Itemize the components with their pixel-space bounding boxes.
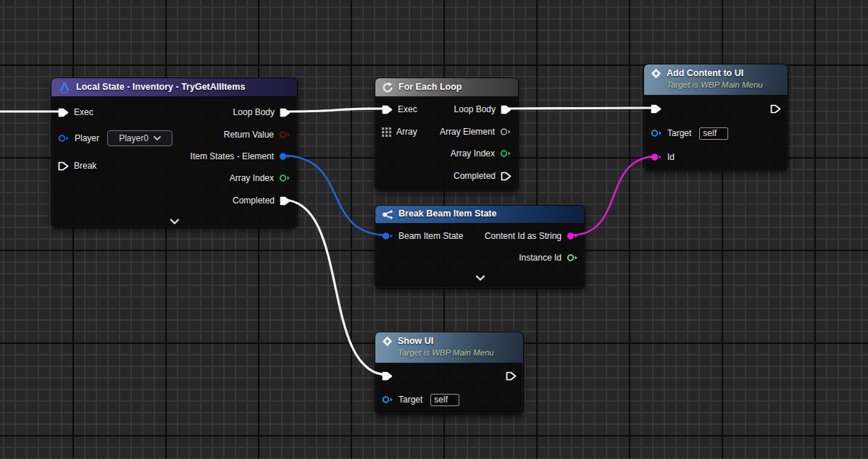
pin-row-break: Break — [58, 158, 96, 174]
exec-input-pin[interactable] — [382, 105, 393, 114]
node-title: Add Content to UI — [667, 68, 763, 80]
pin-label: Instance Id — [519, 253, 562, 263]
content-id-as-string-output-pin[interactable] — [567, 232, 578, 240]
pin-row-completed: Completed — [454, 168, 512, 184]
lambda-logo-icon — [58, 81, 71, 94]
array-index-output-pin[interactable] — [279, 174, 291, 182]
function-diamond-icon — [651, 68, 662, 79]
node-title: Show UI — [398, 336, 494, 348]
break-struct-icon — [382, 210, 393, 219]
pin-label: Loop Body — [233, 107, 275, 117]
pin-row-item-states-element: Item States - Element — [191, 148, 291, 164]
pin-label: Array Index — [451, 148, 495, 159]
target-value-textbox[interactable] — [699, 127, 728, 140]
exec-output-pin[interactable] — [770, 104, 781, 114]
pin-row-array-index: Array Index — [451, 146, 512, 161]
function-diamond-icon — [382, 336, 393, 347]
pin-label: Array Element — [440, 127, 495, 137]
loop-body-output-pin[interactable] — [501, 105, 512, 114]
pin-row-completed: Completed — [233, 193, 291, 209]
loop-icon — [382, 82, 393, 93]
pin-row-exec: Exec — [382, 101, 417, 117]
pin-label: Return Value — [224, 130, 274, 140]
pin-row-loop-body: Loop Body — [454, 101, 512, 117]
return-value-output-pin[interactable] — [279, 130, 291, 139]
pin-label: Content Id as String — [485, 231, 562, 241]
pin-row-return-value: Return Value — [224, 127, 291, 143]
pin-row-array-element: Array Element — [440, 124, 512, 140]
wire-exec-loop-body-to-for-each[interactable] — [283, 109, 388, 111]
pin-label: Exec — [398, 104, 417, 114]
node-for-each-loop[interactable]: For Each LoopExecArrayLoop BodyArray Ele… — [375, 77, 519, 191]
pin-label: Completed — [233, 195, 275, 206]
pin-row-exec — [770, 101, 781, 117]
wire-exec-loop-body-to-add-content[interactable] — [504, 108, 657, 109]
pin-row-target: Target — [382, 392, 459, 408]
completed-output-pin[interactable] — [501, 172, 512, 181]
pin-row-exec — [382, 368, 393, 384]
array-input-pin[interactable] — [382, 127, 391, 137]
pin-row-loop-body: Loop Body — [233, 104, 291, 120]
array-index-output-pin[interactable] — [500, 149, 512, 158]
node-title: For Each Loop — [398, 82, 462, 93]
node-show-ui[interactable]: Show UITarget is WBP Main MenuTarget — [375, 332, 524, 415]
exec-input-pin[interactable] — [651, 104, 662, 114]
array-element-output-pin[interactable] — [500, 127, 512, 136]
pin-label: Target — [398, 395, 422, 405]
node-title: Break Beam Item State — [398, 209, 496, 220]
target-value-textbox[interactable] — [430, 394, 459, 406]
pin-row-exec: Exec — [58, 104, 93, 120]
pin-label: Player — [75, 133, 99, 143]
node-header[interactable]: Add Content to UITarget is WBP Main Menu — [644, 64, 788, 96]
pin-row-content-id-as-string: Content Id as String — [485, 228, 578, 244]
target-input-pin[interactable] — [651, 129, 662, 138]
exec-input-pin[interactable] — [58, 108, 69, 117]
pin-row-id: Id — [651, 149, 675, 165]
pin-row-array-index: Array Index — [230, 170, 291, 186]
pin-label: Break — [74, 161, 96, 171]
exec-input-pin[interactable] — [382, 371, 393, 381]
node-header[interactable]: For Each Loop — [375, 78, 518, 97]
expand-advanced-pins-button[interactable] — [51, 215, 297, 225]
instance-id-output-pin[interactable] — [567, 253, 578, 262]
wire-exec-completed-to-show-ui[interactable] — [283, 200, 388, 375]
pin-row-exec — [651, 101, 662, 117]
beam-item-state-input-pin[interactable] — [382, 232, 393, 240]
break-input-pin[interactable] — [58, 161, 69, 171]
node-local-state-inventory-trygetallitems[interactable]: Local State - Inventory - TryGetAllItems… — [51, 77, 298, 228]
pin-row-instance-id: Instance Id — [519, 250, 578, 266]
pin-label: Array — [396, 127, 417, 137]
pin-label: Target — [667, 128, 691, 138]
pin-row-exec — [506, 368, 517, 384]
node-header[interactable]: Local State - Inventory - TryGetAllItems — [51, 78, 297, 97]
target-input-pin[interactable] — [382, 395, 393, 404]
pin-label: Beam Item State — [398, 231, 463, 241]
blueprint-graph-canvas[interactable]: Local State - Inventory - TryGetAllItems… — [0, 0, 868, 459]
loop-body-output-pin[interactable] — [280, 108, 291, 117]
item-states-element-output-pin[interactable] — [279, 152, 291, 161]
pin-label: Id — [667, 152, 675, 162]
player-dropdown-value: Player0 — [119, 133, 149, 143]
node-header[interactable]: Break Beam Item State — [375, 206, 585, 224]
exec-output-pin[interactable] — [506, 371, 517, 381]
pin-label: Completed — [454, 171, 496, 181]
player-input-pin[interactable] — [58, 134, 70, 143]
pin-label: Item States - Element — [191, 151, 274, 161]
completed-output-pin[interactable] — [280, 196, 291, 206]
node-break-beam-item-state[interactable]: Break Beam Item StateBeam Item StateCont… — [375, 205, 585, 289]
wire-item-states-to-beam-item-state[interactable] — [283, 156, 388, 235]
node-add-content-to-ui[interactable]: Add Content to UITarget is WBP Main Menu… — [643, 64, 788, 171]
player-dropdown[interactable]: Player0 — [107, 130, 172, 146]
pin-label: Array Index — [230, 173, 274, 183]
pin-row-array: Array — [382, 124, 417, 140]
node-title: Local State - Inventory - TryGetAllItems — [76, 82, 245, 93]
pin-row-beam-item-state: Beam Item State — [382, 228, 463, 244]
expand-advanced-pins-button[interactable] — [375, 271, 585, 282]
pin-label: Loop Body — [454, 104, 496, 114]
pin-row-player: PlayerPlayer0 — [58, 130, 172, 146]
node-header[interactable]: Show UITarget is WBP Main Menu — [375, 332, 523, 363]
node-subtitle: Target is WBP Main Menu — [398, 348, 494, 358]
pin-row-target: Target — [651, 125, 728, 141]
node-subtitle: Target is WBP Main Menu — [667, 80, 763, 90]
id-input-pin[interactable] — [651, 153, 662, 161]
